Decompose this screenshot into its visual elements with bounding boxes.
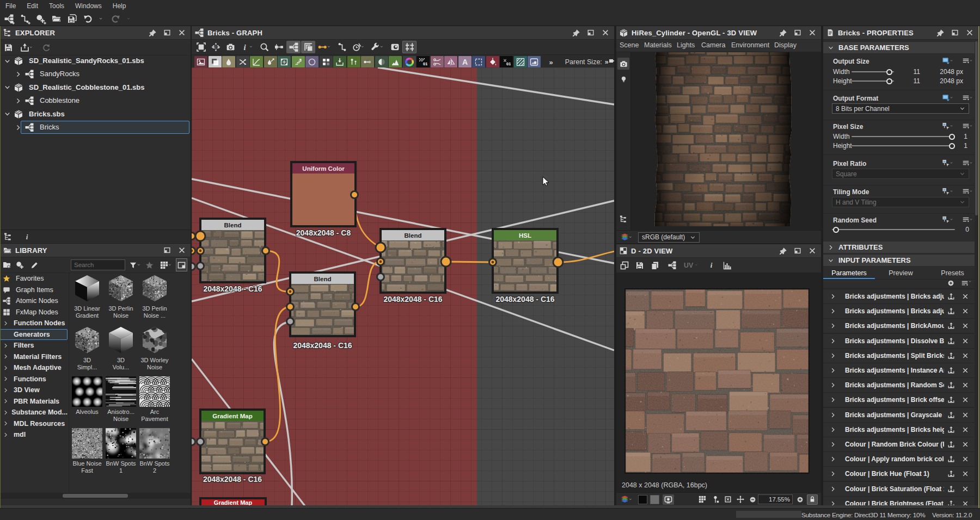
background-gray-swatch[interactable] xyxy=(650,495,659,504)
zoom-level-input[interactable] xyxy=(758,494,793,504)
param-row[interactable]: Colour | Brick Hue (Float 1) xyxy=(823,467,978,481)
node-port-inner[interactable] xyxy=(377,244,385,252)
explorer-maximize-icon[interactable] xyxy=(162,28,173,38)
palette-blur-icon[interactable] xyxy=(222,56,235,68)
palette-grayscale-01-icon[interactable]: 01 xyxy=(416,56,430,68)
tree-expander-icon[interactable] xyxy=(3,109,11,119)
library-item[interactable]: 3D LinearGradient xyxy=(70,273,104,319)
library-item[interactable]: Alveolus xyxy=(70,376,104,416)
pixel-ratio-options-icon[interactable] xyxy=(962,159,974,167)
param-remove-icon[interactable] xyxy=(958,471,972,477)
random-seed-options-icon[interactable] xyxy=(962,216,974,224)
view2d-pin-icon[interactable] xyxy=(777,246,788,256)
node-port-inner[interactable] xyxy=(198,439,203,444)
param-row[interactable]: Bricks adjustments | Brick offset (F xyxy=(823,393,978,407)
layers-icon[interactable] xyxy=(301,41,315,53)
library-search-input[interactable] xyxy=(71,259,125,270)
palette-warp-icon[interactable] xyxy=(292,56,305,68)
light-button[interactable] xyxy=(617,73,629,85)
menu-edit[interactable]: Edit xyxy=(21,2,44,10)
add-parameter-button[interactable] xyxy=(947,280,954,287)
explorer-reload-button[interactable] xyxy=(40,41,52,54)
zoom-out-button[interactable] xyxy=(747,496,758,503)
param-expander-icon[interactable] xyxy=(830,426,843,433)
param-row[interactable]: Colour | Apply random brick colour xyxy=(823,452,978,466)
colorspace-select[interactable]: sRGB (default) xyxy=(638,232,700,243)
param-options-button[interactable] xyxy=(961,280,973,287)
param-expander-icon[interactable] xyxy=(830,486,843,492)
category-expander-icon[interactable] xyxy=(3,343,11,349)
view3d-menu-display[interactable]: Display xyxy=(774,41,797,49)
info-button[interactable]: i xyxy=(706,259,717,272)
export-image-button[interactable] xyxy=(618,259,630,272)
node-port-inner[interactable] xyxy=(352,192,357,197)
view2d-close-icon[interactable] xyxy=(807,246,818,256)
library-category[interactable]: Material Filters xyxy=(0,351,68,363)
param-remove-icon[interactable] xyxy=(958,352,972,359)
category-expander-icon[interactable] xyxy=(3,410,9,416)
graph-canvas[interactable]: Uniform Color2048x2048 - C8Blend2048x204… xyxy=(192,67,614,505)
explorer-save-button[interactable] xyxy=(2,41,15,54)
explorer-header[interactable]: EXPLORER xyxy=(0,26,191,40)
properties-scrollbar[interactable] xyxy=(975,41,978,505)
undo-chevron[interactable] xyxy=(97,13,106,26)
param-export-icon[interactable] xyxy=(944,426,958,434)
palette-select-icon[interactable] xyxy=(472,56,485,68)
param-expander-icon[interactable] xyxy=(830,308,843,314)
param-remove-icon[interactable] xyxy=(958,500,972,505)
view2d-header[interactable]: D - 2D VIEW xyxy=(616,244,821,258)
screenshot-icon[interactable] xyxy=(223,41,237,53)
view3d-menu-materials[interactable]: Materials xyxy=(644,41,672,49)
new-substance-graph-button[interactable] xyxy=(3,13,15,26)
fit-view-button[interactable] xyxy=(722,496,734,503)
param-remove-icon[interactable] xyxy=(958,367,972,374)
graph-close-icon[interactable] xyxy=(600,28,611,38)
tree-row[interactable]: SandyRocks xyxy=(0,67,191,81)
node-port-inner[interactable] xyxy=(263,248,268,253)
param-remove-icon[interactable] xyxy=(958,486,972,492)
tree-expander-icon[interactable] xyxy=(14,122,22,132)
library-category[interactable]: Functions xyxy=(0,374,68,385)
save-image-button[interactable] xyxy=(634,259,646,272)
palette-text-icon[interactable]: A xyxy=(458,56,471,68)
engine-link-icon[interactable] xyxy=(609,57,614,67)
param-row[interactable]: Bricks adjustments | Instance Amo xyxy=(823,363,978,377)
library-item[interactable]: Blue NoiseFast xyxy=(70,428,104,474)
param-expander-icon[interactable] xyxy=(830,397,843,403)
zoom-icon[interactable] xyxy=(257,41,271,53)
menu-tools[interactable]: Tools xyxy=(44,2,70,10)
output-format-options-icon[interactable] xyxy=(962,94,974,102)
view3d-pin-icon[interactable] xyxy=(777,28,788,38)
param-export-icon[interactable] xyxy=(944,441,958,448)
param-remove-icon[interactable] xyxy=(958,426,972,433)
connection-style-icon[interactable] xyxy=(316,41,334,53)
view3d-maximize-icon[interactable] xyxy=(792,28,803,38)
library-item[interactable]: BnW Spots1 xyxy=(104,428,138,474)
library-filter-icon[interactable] xyxy=(127,258,144,271)
param-expander-icon[interactable] xyxy=(830,441,843,448)
param-export-icon[interactable] xyxy=(944,500,958,505)
view3d-viewport[interactable] xyxy=(616,52,821,230)
tree-expander-icon[interactable] xyxy=(14,69,22,79)
compute-clock-icon[interactable] xyxy=(350,41,368,53)
graph-header[interactable]: Bricks - GRAPH xyxy=(192,26,614,40)
tree-row[interactable]: SD_Realistic_Cobblestone_01.sbs xyxy=(0,81,191,94)
param-export-icon[interactable] xyxy=(944,352,958,360)
new-package-button[interactable] xyxy=(34,13,47,26)
node-port-inner[interactable] xyxy=(262,439,268,444)
histogram-button[interactable] xyxy=(721,259,733,272)
view2d-layers-icon[interactable] xyxy=(621,496,634,504)
pan-button[interactable] xyxy=(734,496,747,503)
library-item[interactable]: Anisotro...Noise xyxy=(104,376,138,422)
param-row[interactable]: Bricks adjustments | Bricks adjustm xyxy=(823,289,978,304)
seed-slider-knob[interactable] xyxy=(833,227,839,233)
library-category[interactable]: Filters xyxy=(0,340,68,351)
view3d-header[interactable]: HiRes_Cylinder - OpenGL - 3D VIEW xyxy=(616,26,821,40)
param-expander-icon[interactable] xyxy=(830,382,843,388)
palette-gradient-icon[interactable] xyxy=(375,56,388,68)
param-row[interactable]: Colour | Random Brick Colour (Floa xyxy=(823,437,978,451)
palette-crop-icon[interactable] xyxy=(431,56,444,68)
library-item[interactable]: ArcPavement xyxy=(138,376,171,422)
library-category[interactable]: Favorites xyxy=(0,273,68,284)
library-header[interactable]: LIBRARY xyxy=(0,244,191,257)
